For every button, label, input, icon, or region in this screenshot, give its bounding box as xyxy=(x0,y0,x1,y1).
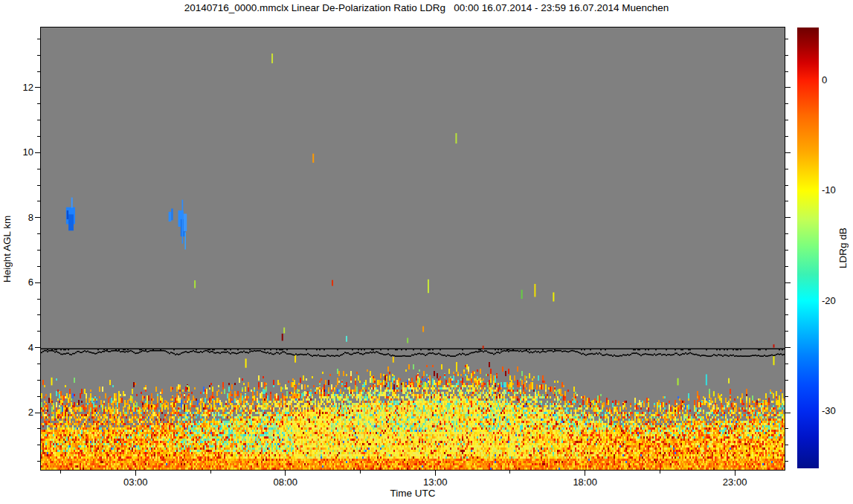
x-major-tick xyxy=(585,470,585,476)
y-minor-tick-right xyxy=(785,120,788,120)
y-minor-tick-right xyxy=(785,233,788,234)
x-major-tick xyxy=(285,470,286,476)
y-axis-label: Height AGL km xyxy=(1,28,13,470)
y-minor-tick-right xyxy=(785,103,788,104)
y-minor-tick-right xyxy=(785,55,788,56)
y-minor-tick xyxy=(37,331,41,332)
y-minor-tick xyxy=(37,364,41,364)
y-minor-tick-right xyxy=(785,396,788,397)
y-minor-tick xyxy=(37,185,41,186)
y-minor-tick xyxy=(37,233,41,234)
y-major-tick-right xyxy=(785,413,791,413)
y-tick-label: 10 xyxy=(13,146,33,158)
y-minor-tick xyxy=(37,314,41,315)
y-tick-label: 4 xyxy=(13,342,33,354)
y-minor-tick-right xyxy=(785,169,788,169)
y-minor-tick xyxy=(37,55,41,56)
y-major-tick-right xyxy=(785,152,791,153)
y-minor-tick xyxy=(37,136,41,137)
y-major-tick-right xyxy=(785,217,791,218)
ldr-time-height-figure: 20140716_0000.mmclx Linear De-Polarizati… xyxy=(0,0,853,504)
y-major-tick xyxy=(35,282,41,283)
x-tick-label: 13:00 xyxy=(414,476,456,488)
y-minor-tick xyxy=(37,461,41,462)
y-minor-tick-right xyxy=(785,39,788,39)
y-minor-tick xyxy=(37,103,41,104)
x-tick-label: 23:00 xyxy=(714,476,756,488)
y-minor-tick-right xyxy=(785,445,788,445)
x-major-tick xyxy=(435,470,436,476)
colorbar-tick-label: -20 xyxy=(822,295,847,307)
y-minor-tick-right xyxy=(785,299,788,300)
colorbar-gradient xyxy=(797,28,819,468)
y-major-tick xyxy=(35,217,41,218)
y-major-tick xyxy=(35,87,41,88)
y-minor-tick xyxy=(37,201,41,201)
x-major-tick xyxy=(735,470,735,476)
y-minor-tick xyxy=(37,396,41,397)
colorbar-label: LDRg dB xyxy=(837,28,849,468)
y-minor-tick-right xyxy=(785,380,788,381)
y-minor-tick xyxy=(37,428,41,429)
y-minor-tick-right xyxy=(785,461,788,462)
y-major-tick-right xyxy=(785,87,791,88)
y-major-tick xyxy=(35,413,41,413)
y-minor-tick-right xyxy=(785,364,788,364)
y-minor-tick-right xyxy=(785,250,788,251)
y-minor-tick xyxy=(37,169,41,169)
y-minor-tick xyxy=(37,299,41,300)
y-tick-label: 12 xyxy=(13,82,33,94)
colorbar-tick-label: -30 xyxy=(822,405,847,417)
x-minor-tick xyxy=(509,470,510,474)
x-tick-label: 18:00 xyxy=(564,476,606,488)
y-minor-tick-right xyxy=(785,266,788,267)
y-minor-tick-right xyxy=(785,331,788,332)
y-minor-tick-right xyxy=(785,136,788,137)
y-major-tick-right xyxy=(785,282,791,283)
y-tick-label: 8 xyxy=(13,212,33,224)
y-minor-tick-right xyxy=(785,71,788,72)
y-major-tick xyxy=(35,347,41,348)
x-minor-tick xyxy=(660,470,660,474)
x-minor-tick xyxy=(60,470,61,474)
colorbar-tick-label: 0 xyxy=(822,74,847,86)
y-minor-tick-right xyxy=(785,428,788,429)
heatmap-canvas xyxy=(41,28,785,470)
y-major-tick-right xyxy=(785,347,791,348)
y-minor-tick-right xyxy=(785,185,788,186)
x-tick-label: 03:00 xyxy=(115,476,156,488)
y-tick-label: 2 xyxy=(13,407,33,419)
y-minor-tick xyxy=(37,380,41,381)
y-minor-tick xyxy=(37,266,41,267)
y-major-tick xyxy=(35,152,41,153)
x-tick-label: 08:00 xyxy=(265,476,306,488)
x-axis-label: Time UTC xyxy=(41,488,785,500)
y-tick-label: 6 xyxy=(13,277,33,288)
x-minor-tick xyxy=(360,470,361,474)
plot-title: 20140716_0000.mmclx Linear De-Polarizati… xyxy=(0,2,853,14)
y-minor-tick xyxy=(37,250,41,251)
y-minor-tick xyxy=(37,445,41,445)
colorbar-tick-label: -10 xyxy=(822,184,847,196)
y-minor-tick xyxy=(37,71,41,72)
y-minor-tick xyxy=(37,120,41,120)
y-minor-tick-right xyxy=(785,314,788,315)
y-minor-tick-right xyxy=(785,201,788,201)
x-major-tick xyxy=(135,470,136,476)
y-minor-tick xyxy=(37,39,41,39)
x-minor-tick xyxy=(210,470,211,474)
